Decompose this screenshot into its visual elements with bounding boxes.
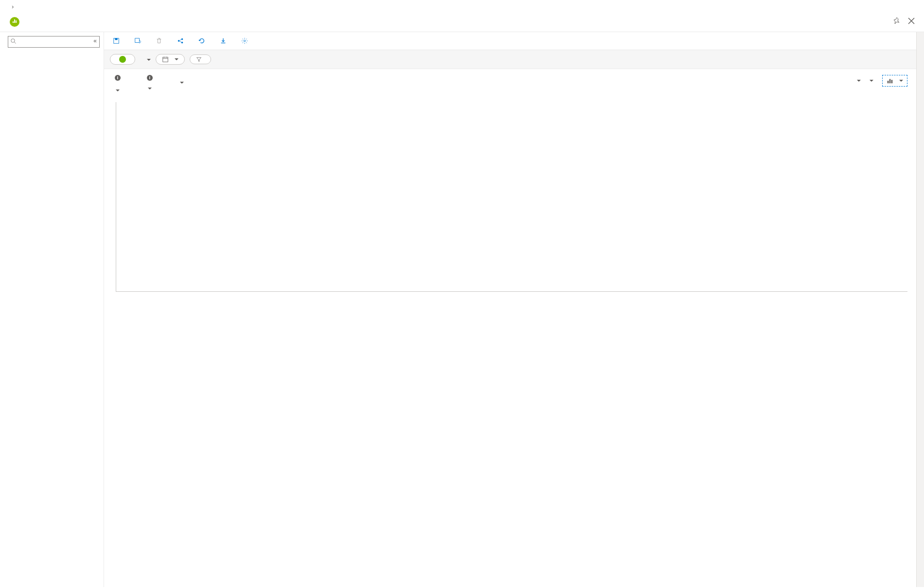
- svg-point-7: [181, 42, 183, 44]
- chevron-down-icon[interactable]: [116, 82, 120, 95]
- scope-pill[interactable]: [110, 54, 135, 65]
- sidebar: «: [0, 32, 104, 587]
- svg-rect-11: [889, 79, 891, 84]
- breadcrumb: ›: [0, 0, 924, 13]
- settings-button[interactable]: [236, 35, 256, 47]
- chevron-down-icon: [899, 77, 903, 84]
- refresh-icon: [198, 37, 205, 44]
- metrics-row: i i: [104, 69, 916, 97]
- gear-icon: [241, 37, 248, 44]
- close-icon[interactable]: [907, 17, 915, 25]
- info-icon[interactable]: i: [147, 75, 153, 81]
- granularity-dropdown[interactable]: [870, 77, 873, 84]
- pin-icon[interactable]: [893, 17, 901, 25]
- save-icon: [113, 37, 120, 44]
- add-filter-button[interactable]: [190, 54, 211, 64]
- calendar-icon: [162, 56, 169, 63]
- actual-cost-metric: i: [113, 75, 121, 95]
- collapse-sidebar-icon[interactable]: «: [93, 37, 97, 44]
- svg-point-6: [181, 38, 183, 40]
- view-name-dropdown[interactable]: [140, 55, 151, 64]
- svg-rect-9: [163, 57, 168, 62]
- chart-legend: [104, 301, 916, 310]
- export-button[interactable]: [215, 35, 234, 47]
- chevron-down-icon: [175, 56, 178, 63]
- scrollbar[interactable]: [916, 32, 924, 587]
- svg-rect-4: [135, 38, 140, 43]
- svg-point-1: [11, 39, 15, 43]
- forecast-metric: i: [145, 75, 153, 93]
- svg-rect-10: [888, 81, 889, 83]
- svg-point-8: [244, 40, 246, 42]
- page-header: [0, 13, 924, 32]
- chart-type-button[interactable]: [882, 75, 907, 87]
- delete-view-button: [151, 35, 170, 47]
- column-chart-icon: [887, 77, 893, 84]
- main-content: i i: [104, 32, 916, 587]
- cost-analysis-icon: [9, 16, 20, 28]
- scope-account-icon: [119, 56, 126, 63]
- date-range-pill[interactable]: [156, 54, 185, 65]
- x-axis: [113, 292, 907, 294]
- chevron-down-icon: [870, 77, 873, 84]
- save-as-button[interactable]: [129, 35, 149, 47]
- info-icon[interactable]: i: [115, 75, 121, 81]
- svg-rect-12: [891, 80, 893, 83]
- svg-point-5: [178, 40, 180, 42]
- refresh-button[interactable]: [194, 35, 213, 47]
- chevron-down-icon[interactable]: [148, 82, 152, 93]
- chevron-down-icon: [857, 77, 861, 84]
- toolbar: [104, 32, 916, 50]
- svg-rect-3: [115, 38, 117, 40]
- budget-metric: [177, 75, 184, 87]
- donut-cards-row: [104, 310, 916, 323]
- cost-chart: [104, 97, 916, 301]
- filter-bar: [104, 50, 916, 69]
- filter-icon: [196, 56, 202, 62]
- save-button[interactable]: [108, 35, 127, 47]
- chart-plot[interactable]: [116, 102, 907, 292]
- chevron-down-icon: [147, 55, 151, 64]
- breadcrumb-separator-icon: ›: [12, 3, 14, 10]
- share-button[interactable]: [172, 35, 192, 47]
- search-input[interactable]: [8, 36, 100, 48]
- groupby-dropdown[interactable]: [857, 77, 861, 84]
- chevron-down-icon[interactable]: [180, 76, 184, 87]
- save-as-icon: [134, 37, 141, 44]
- trash-icon: [156, 37, 162, 44]
- export-icon: [220, 37, 227, 44]
- share-icon: [177, 37, 184, 44]
- search-icon: [11, 38, 17, 44]
